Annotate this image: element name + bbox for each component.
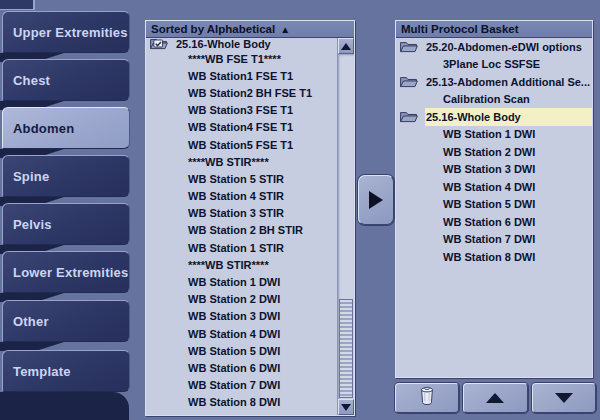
row-label: WB Station 6 DWI: [443, 216, 535, 228]
basket-header-label: Multi Protocol Basket: [401, 23, 519, 35]
scrollbar-track[interactable]: [338, 54, 354, 399]
protocol-item-row[interactable]: ****WB STIR****: [146, 153, 337, 170]
up-arrow-icon: [486, 393, 504, 403]
row-label: WB Station 4 DWI: [188, 328, 280, 340]
protocol-item-row[interactable]: WB Station 2 BH STIR: [146, 222, 337, 239]
row-label: WB Station 4 DWI: [443, 181, 535, 193]
protocol-list-panel: Sorted by Alphabetical ▲ 25.16-Whole Bod…: [145, 20, 355, 416]
protocol-item-row[interactable]: WB Station 5 STIR: [146, 170, 337, 187]
sidebar-tab-lower-extremities[interactable]: Lower Extremities: [2, 251, 130, 293]
protocol-item-row[interactable]: WB Station 6 DWI: [146, 359, 337, 376]
row-label: 25.16-Whole Body: [176, 38, 271, 50]
move-up-button[interactable]: [463, 383, 527, 413]
sidebar-tab-other[interactable]: Other: [2, 300, 130, 342]
row-label: WB Station2 BH FSE T1: [188, 87, 312, 99]
row-label: 3Plane Loc SSFSE: [443, 58, 540, 70]
row-label: WB Station 2 DWI: [188, 293, 280, 305]
protocol-item-row[interactable]: 3Plane Loc SSFSE: [396, 56, 592, 74]
row-label: WB Station3 FSE T1: [188, 104, 293, 116]
protocol-item-row[interactable]: WB Station 7 DWI: [396, 231, 592, 249]
protocol-item-row[interactable]: WB Station 3 DWI: [146, 308, 337, 325]
row-label: Calibration Scan: [443, 93, 530, 105]
row-label: ****WB FSE T1****: [188, 53, 281, 65]
row-label: WB Station 6 DWI: [188, 362, 280, 374]
protocol-item-row[interactable]: WB Station 4 STIR: [146, 188, 337, 205]
protocol-item-row[interactable]: WB Station3 FSE T1: [146, 102, 337, 119]
delete-button[interactable]: [395, 383, 459, 413]
open-folder-icon: [399, 40, 418, 53]
protocol-item-row[interactable]: WB Station 4 DWI: [146, 325, 337, 342]
tab-label: Template: [13, 364, 71, 379]
protocol-item-row[interactable]: WB Station 5 DWI: [396, 196, 592, 214]
protocol-list: 25.16-Whole Body****WB FSE T1****WB Stat…: [146, 38, 337, 415]
tab-label: Other: [13, 314, 49, 329]
row-label: WB Station 1 DWI: [443, 128, 535, 140]
row-label: WB Station1 FSE T1: [188, 70, 293, 82]
right-arrow-icon: [369, 191, 383, 209]
protocol-item-row[interactable]: WB Station5 FSE T1: [146, 136, 337, 153]
down-arrow-icon: [341, 404, 351, 411]
scroll-down-button[interactable]: [338, 399, 354, 415]
sort-header[interactable]: Sorted by Alphabetical ▲: [146, 21, 354, 38]
row-label: WB Station 7 DWI: [443, 233, 535, 245]
protocol-folder-row[interactable]: 25.13-Abdomen Additional Se...: [396, 73, 592, 91]
sidebar-tab-chest[interactable]: Chest: [2, 59, 130, 101]
protocol-item-row[interactable]: WB Station 3 DWI: [396, 161, 592, 179]
row-label: WB Station 1 STIR: [188, 242, 284, 254]
protocol-item-row[interactable]: WB Station 6 DWI: [396, 213, 592, 231]
row-label: WB Station 5 DWI: [443, 198, 535, 210]
protocol-item-row[interactable]: WB Station 7 DWI: [146, 377, 337, 394]
move-down-button[interactable]: [532, 383, 596, 413]
row-label: ****WB STIR****: [188, 259, 269, 271]
tab-label: Upper Extremities: [13, 25, 128, 40]
sidebar-tab-pelvis[interactable]: Pelvis: [2, 203, 130, 245]
row-label: WB Station 7 DWI: [188, 379, 280, 391]
protocol-item-row[interactable]: WB Station 8 DWI: [146, 394, 337, 411]
protocol-item-row[interactable]: WB Station 1 DWI: [396, 126, 592, 144]
protocol-item-row[interactable]: WB Station 4 DWI: [396, 178, 592, 196]
row-label: WB Station 5 DWI: [188, 345, 280, 357]
open-folder-icon: [399, 110, 418, 123]
protocol-item-row[interactable]: WB Station 2 DWI: [396, 143, 592, 161]
protocol-item-row[interactable]: WB Station 1 DWI: [146, 273, 337, 290]
scrollbar-thumb[interactable]: [339, 299, 353, 398]
sidebar-tab-template[interactable]: Template: [2, 350, 130, 392]
row-label: 25.16-Whole Body: [426, 111, 521, 123]
protocol-item-row[interactable]: WB Station4 FSE T1: [146, 119, 337, 136]
sidebar-tab-upper-extremities[interactable]: Upper Extremities: [2, 11, 130, 53]
protocol-selection-screen: Upper ExtremitiesChestAbdomenSpinePelvis…: [0, 0, 600, 420]
scroll-up-button[interactable]: [338, 38, 354, 54]
anatomy-tab-sidebar: Upper ExtremitiesChestAbdomenSpinePelvis…: [0, 0, 133, 420]
sidebar-tab-abdomen[interactable]: Abdomen: [2, 107, 130, 149]
sidebar-bottom-band: [0, 392, 129, 420]
row-label: WB Station 2 DWI: [443, 146, 535, 158]
protocol-item-row[interactable]: WB Station 2 DWI: [146, 291, 337, 308]
protocol-item-row[interactable]: WB Station 1 STIR: [146, 239, 337, 256]
protocol-item-row[interactable]: WB Station 5 DWI: [146, 342, 337, 359]
tab-label: Pelvis: [13, 217, 52, 232]
row-label: WB Station 3 DWI: [443, 163, 535, 175]
protocol-folder-row[interactable]: 25.16-Whole Body: [396, 108, 592, 126]
tab-label: Lower Extremities: [13, 265, 128, 280]
sidebar-tab-spine[interactable]: Spine: [2, 155, 130, 197]
partial-tab-stub: [0, 0, 35, 10]
protocol-item-row[interactable]: WB Station 3 STIR: [146, 205, 337, 222]
protocol-item-row[interactable]: WB Station2 BH FSE T1: [146, 84, 337, 101]
protocol-list-scrollbar: [337, 38, 354, 415]
add-to-basket-button[interactable]: [358, 175, 394, 225]
protocol-item-row[interactable]: ****WB FSE T1****: [146, 50, 337, 67]
row-label: WB Station 1 DWI: [188, 276, 280, 288]
protocol-folder-row[interactable]: 25.16-Whole Body: [146, 38, 337, 50]
up-arrow-icon: [341, 43, 351, 50]
trash-icon: [419, 386, 435, 410]
protocol-item-row[interactable]: WB Station1 FSE T1: [146, 67, 337, 84]
row-label: WB Station 4 STIR: [188, 190, 284, 202]
protocol-item-row[interactable]: ****WB STIR****: [146, 256, 337, 273]
protocol-item-row[interactable]: WB Station 8 DWI: [396, 248, 592, 266]
row-label: WB Station 3 STIR: [188, 207, 284, 219]
row-label: WB Station 5 STIR: [188, 173, 284, 185]
protocol-folder-row[interactable]: 25.20-Abdomen-eDWI options: [396, 38, 592, 56]
row-label: 25.20-Abdomen-eDWI options: [426, 41, 582, 53]
protocol-item-row[interactable]: Calibration Scan: [396, 91, 592, 109]
row-label: 25.13-Abdomen Additional Se...: [426, 76, 590, 88]
